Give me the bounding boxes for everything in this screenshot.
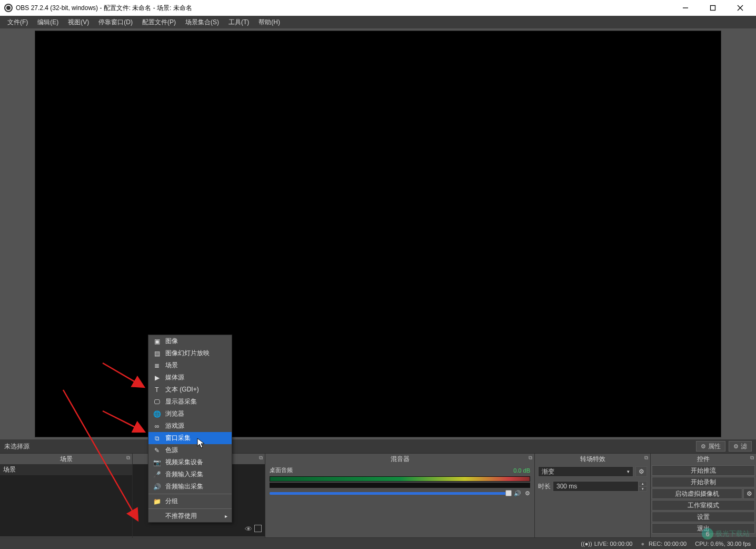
popout-icon[interactable]: ⧉ xyxy=(126,455,130,461)
brush-icon: ✎ xyxy=(153,446,161,455)
text-icon: T xyxy=(153,386,161,394)
status-cpu: CPU: 0.6%, 30.00 fps xyxy=(695,541,751,547)
gear-icon xyxy=(733,443,739,450)
transition-settings-button[interactable]: ⚙ xyxy=(635,466,647,477)
menu-item-scene[interactable]: ≣场景 xyxy=(148,359,232,371)
globe-icon: 🌐 xyxy=(153,410,161,418)
menu-tools[interactable]: 工具(T) xyxy=(224,16,253,28)
window-title: OBS 27.2.4 (32-bit, windows) - 配置文件: 未命名… xyxy=(16,4,192,13)
duration-label: 时长 xyxy=(538,482,551,491)
mute-button[interactable]: 🔊 xyxy=(514,490,521,496)
menu-item-text[interactable]: T文本 (GDI+) xyxy=(148,384,232,396)
separator xyxy=(148,508,232,509)
no-source-label: 未选择源 xyxy=(4,442,29,451)
menu-item-group[interactable]: 📁分组 xyxy=(148,495,232,507)
transitions-title: 转场特效 xyxy=(580,455,605,464)
window-icon: ⧉ xyxy=(153,434,161,443)
popout-icon[interactable]: ⧉ xyxy=(750,455,754,461)
slideshow-icon: ▤ xyxy=(153,349,161,358)
preview-canvas[interactable] xyxy=(35,31,721,437)
menu-item-mic[interactable]: 🎤音频输入采集 xyxy=(148,468,232,481)
menu-item-deprecated[interactable]: 不推荐使用 xyxy=(148,510,232,522)
mixer-channel-name: 桌面音频 xyxy=(270,466,293,474)
duration-input[interactable]: 300 ms xyxy=(553,481,639,492)
maximize-button[interactable] xyxy=(705,3,720,13)
menu-item-window[interactable]: ⧉窗口采集 xyxy=(148,432,232,444)
rec-dot-icon xyxy=(641,541,646,547)
status-rec: REC: 00:00:00 xyxy=(649,541,687,547)
menu-item-speaker[interactable]: 🔊音频输出采集 xyxy=(148,481,232,493)
folder-icon: 📁 xyxy=(153,497,161,506)
image-icon: ▣ xyxy=(153,337,161,346)
menu-item-image[interactable]: ▣图像 xyxy=(148,335,232,347)
scenes-dock: 场景⧉ 场景 + − ∧ ∨ xyxy=(0,454,133,549)
svg-rect-1 xyxy=(711,6,715,11)
menu-view[interactable]: 视图(V) xyxy=(64,16,93,28)
controls-title: 控件 xyxy=(697,455,710,464)
spin-up-button[interactable]: ▴ xyxy=(639,481,647,486)
menu-item-brush[interactable]: ✎色源 xyxy=(148,444,232,456)
transition-type-select[interactable]: 渐变 ▾ xyxy=(538,466,633,477)
status-bar: ((●))LIVE: 00:00:00 REC: 00:00:00 CPU: 0… xyxy=(0,537,756,549)
status-live: LIVE: 00:00:00 xyxy=(594,541,633,547)
docks: 场景⧉ 场景 + − ∧ ∨ ⧉ 👁 + − ✿ xyxy=(0,453,756,549)
start-virtualcam-button[interactable]: 启动虚拟摄像机 xyxy=(652,488,742,499)
source-toolbar: 未选择源 属性 滤 xyxy=(0,439,756,453)
menu-item-monitor[interactable]: 🖵显示器采集 xyxy=(148,396,232,408)
scenes-title: 场景 xyxy=(60,455,73,464)
menu-item-slideshow[interactable]: ▤图像幻灯片放映 xyxy=(148,347,232,359)
play-icon: ▶ xyxy=(153,374,161,382)
mic-icon: 🎤 xyxy=(153,470,161,479)
properties-button[interactable]: 属性 xyxy=(696,441,725,452)
mixer-channel: 桌面音频 0.0 dB 🔊 ⚙ xyxy=(265,464,534,499)
menu-item-play[interactable]: ▶媒体源 xyxy=(148,371,232,384)
menu-item-camera[interactable]: 📷视频采集设备 xyxy=(148,456,232,468)
add-source-menu: ▣图像▤图像幻灯片放映≣场景▶媒体源T文本 (GDI+)🖵显示器采集🌐浏览器∞游… xyxy=(148,335,232,523)
mixer-title: 混音器 xyxy=(391,455,410,464)
controls-dock: 控件⧉ 开始推流 开始录制 启动虚拟摄像机⚙ 工作室模式 设置 退出 xyxy=(651,454,756,549)
speaker-icon: 🔊 xyxy=(153,483,161,491)
app-icon xyxy=(4,4,13,12)
menu-scene-collection[interactable]: 场景集合(S) xyxy=(181,16,223,28)
start-record-button[interactable]: 开始录制 xyxy=(652,477,755,487)
game-icon: ∞ xyxy=(153,422,161,430)
audio-meter xyxy=(270,476,530,482)
transitions-dock: 转场特效⧉ 渐变 ▾ ⚙ 时长 300 ms ▴ ▾ xyxy=(535,454,651,549)
broadcast-icon: ((●)) xyxy=(581,541,592,547)
virtualcam-settings-button[interactable]: ⚙ xyxy=(743,488,755,499)
scene-icon: ≣ xyxy=(153,361,161,370)
menu-item-game[interactable]: ∞游戏源 xyxy=(148,420,232,432)
gear-icon xyxy=(701,443,706,450)
chevron-down-icon: ▾ xyxy=(627,469,630,474)
menu-help[interactable]: 帮助(H) xyxy=(254,16,284,28)
menubar: 文件(F) 编辑(E) 视图(V) 停靠窗口(D) 配置文件(P) 场景集合(S… xyxy=(0,16,756,28)
close-button[interactable] xyxy=(733,3,748,13)
lock-icon[interactable] xyxy=(254,525,262,532)
exit-button[interactable]: 退出 xyxy=(652,523,755,534)
volume-slider[interactable] xyxy=(270,492,509,495)
eye-icon[interactable]: 👁 xyxy=(245,525,252,533)
preview-area xyxy=(0,28,756,439)
popout-icon[interactable]: ⧉ xyxy=(529,455,532,461)
separator xyxy=(148,494,232,494)
menu-profile[interactable]: 配置文件(P) xyxy=(138,16,180,28)
start-stream-button[interactable]: 开始推流 xyxy=(652,465,755,476)
menu-edit[interactable]: 编辑(E) xyxy=(33,16,63,28)
menu-file[interactable]: 文件(F) xyxy=(3,16,32,28)
menu-dock[interactable]: 停靠窗口(D) xyxy=(94,16,137,28)
settings-button[interactable]: 设置 xyxy=(652,512,755,522)
minimize-button[interactable] xyxy=(678,3,693,13)
spin-down-button[interactable]: ▾ xyxy=(639,486,647,492)
scene-item[interactable]: 场景 xyxy=(0,464,132,475)
studio-mode-button[interactable]: 工作室模式 xyxy=(652,500,755,511)
mixer-settings-button[interactable]: ⚙ xyxy=(525,490,530,496)
popout-icon[interactable]: ⧉ xyxy=(644,455,648,461)
audio-scale xyxy=(270,483,530,488)
popout-icon[interactable]: ⧉ xyxy=(259,455,263,461)
filters-button[interactable]: 滤 xyxy=(729,441,752,452)
titlebar: OBS 27.2.4 (32-bit, windows) - 配置文件: 未命名… xyxy=(0,0,756,16)
mixer-db-value: 0.0 dB xyxy=(513,467,530,474)
monitor-icon: 🖵 xyxy=(153,398,161,406)
menu-item-globe[interactable]: 🌐浏览器 xyxy=(148,408,232,420)
camera-icon: 📷 xyxy=(153,458,161,467)
